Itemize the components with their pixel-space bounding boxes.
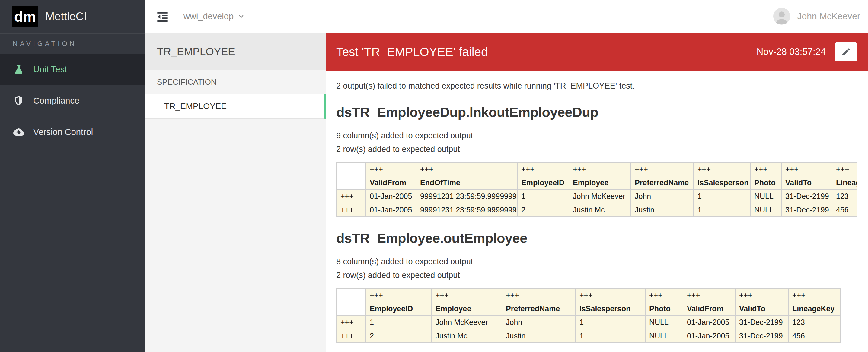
- sidebar-item-label: Compliance: [33, 96, 80, 106]
- column-header: IsSalesperson: [693, 176, 750, 189]
- data-cell: Justin Mc: [569, 203, 631, 217]
- added-data-row: +++2Justin McJustin1NULL01-Jan-200531-De…: [337, 329, 840, 343]
- chevron-down-icon: [237, 12, 245, 20]
- data-cell: 456: [832, 203, 858, 217]
- column-header: Employee: [432, 302, 502, 316]
- column-added-marker: +++: [735, 288, 788, 302]
- outdent-icon: [156, 10, 168, 22]
- data-cell: NULL: [750, 203, 781, 217]
- column-added-marker: +++: [416, 163, 517, 176]
- specification-item-tr-employee[interactable]: TR_EMPLOYEE: [145, 94, 326, 119]
- column-added-marker: +++: [517, 163, 569, 176]
- data-cell: John McKeever: [569, 189, 631, 203]
- dm-logo: dm: [12, 6, 38, 27]
- data-cell: 1: [517, 189, 569, 203]
- banner-title: Test 'TR_EMPLOYEE' failed: [336, 45, 748, 59]
- column-added-marker: +++: [432, 288, 502, 302]
- row-added-marker: +++: [337, 189, 366, 203]
- navigation-section-label: NAVIGATION: [0, 34, 145, 54]
- data-cell: NULL: [750, 189, 781, 203]
- sidebar-item-unit-test[interactable]: Unit Test: [0, 54, 145, 85]
- data-cell: 123: [832, 189, 858, 203]
- column-added-marker: +++: [750, 163, 781, 176]
- specification-label: SPECIFICATION: [145, 70, 326, 94]
- data-cell: NULL: [645, 329, 683, 343]
- flask-icon: [13, 64, 24, 75]
- column-header: PreferredName: [502, 302, 576, 316]
- specification-panel: TR_EMPLOYEE SPECIFICATION TR_EMPLOYEE: [145, 33, 326, 352]
- output-section-lnkout-employee-dup: dsTR_EmployeeDup.lnkoutEmployeeDup 9 col…: [336, 104, 868, 217]
- failure-summary: 2 output(s) failed to matched expected r…: [336, 81, 868, 91]
- data-cell: John: [631, 189, 693, 203]
- diff-notes: 9 column(s) added to expected output 2 r…: [336, 129, 868, 156]
- collapse-sidebar-button[interactable]: [156, 10, 169, 23]
- edit-button[interactable]: [835, 42, 857, 62]
- sidebar: dm MettleCI NAVIGATION Unit Test Complia…: [0, 0, 145, 352]
- test-results: 2 output(s) failed to matched expected r…: [326, 71, 868, 343]
- data-cell: 456: [788, 329, 840, 343]
- diff-table: ++++++++++++++++++++++++EmployeeIDEmploy…: [336, 288, 840, 343]
- row-added-marker: +++: [337, 316, 366, 329]
- column-added-marker: +++: [832, 163, 858, 176]
- column-added-marker: +++: [693, 163, 750, 176]
- data-cell: 123: [788, 316, 840, 329]
- diff-note: 2 row(s) added to expected output: [336, 143, 868, 156]
- test-failed-banner: Test 'TR_EMPLOYEE' failed Nov-28 03:57:2…: [326, 33, 868, 71]
- sidebar-item-compliance[interactable]: Compliance: [0, 85, 145, 116]
- data-cell: 31-Dec-2199: [735, 316, 788, 329]
- column-added-marker: +++: [569, 163, 631, 176]
- column-header: PreferredName: [631, 176, 693, 189]
- sidebar-item-version-control[interactable]: Version Control: [0, 116, 145, 148]
- data-cell: 01-Jan-2005: [683, 316, 735, 329]
- data-cell: 1: [693, 203, 750, 217]
- column-added-marker: +++: [781, 163, 832, 176]
- data-cell: 2: [517, 203, 569, 217]
- header-row: ValidFromEndOfTimeEmployeeIDEmployeePref…: [337, 176, 858, 189]
- user-menu[interactable]: John McKeever: [773, 8, 860, 25]
- diff-note: 9 column(s) added to expected output: [336, 129, 868, 143]
- column-header: ValidFrom: [683, 302, 735, 316]
- column-header: IsSalesperson: [576, 302, 645, 316]
- output-heading: dsTR_Employee.outEmployee: [336, 230, 868, 247]
- column-header: Photo: [750, 176, 781, 189]
- data-cell: 31-Dec-2199: [781, 203, 832, 217]
- output-heading: dsTR_EmployeeDup.lnkoutEmployeeDup: [336, 104, 868, 120]
- data-cell: John McKeever: [432, 316, 502, 329]
- diff-notes: 8 column(s) added to expected output 2 r…: [336, 255, 868, 282]
- column-added-marker: +++: [683, 288, 735, 302]
- corner-cell: [337, 288, 366, 302]
- added-data-row: +++1John McKeeverJohn1NULL01-Jan-200531-…: [337, 316, 840, 329]
- data-cell: 31-Dec-2199: [781, 189, 832, 203]
- row-added-marker: +++: [337, 329, 366, 343]
- column-added-marker: +++: [576, 288, 645, 302]
- row-added-marker: +++: [337, 203, 366, 217]
- main-content: Test 'TR_EMPLOYEE' failed Nov-28 03:57:2…: [326, 33, 868, 352]
- pencil-icon: [841, 47, 851, 57]
- banner-timestamp: Nov-28 03:57:24: [756, 46, 826, 57]
- data-cell: 01-Jan-2005: [683, 329, 735, 343]
- data-cell: 99991231 23:59:59.9999999: [416, 189, 517, 203]
- diff-table-wrapper: ++++++++++++++++++++++++EmployeeIDEmploy…: [336, 288, 868, 343]
- column-added-marker: +++: [788, 288, 840, 302]
- added-data-row: +++01-Jan-200599991231 23:59:59.99999992…: [337, 203, 858, 217]
- data-cell: 01-Jan-2005: [366, 203, 416, 217]
- column-header: LineageKey: [788, 302, 840, 316]
- data-cell: John: [502, 316, 576, 329]
- sidebar-item-label: Version Control: [33, 127, 93, 137]
- diff-note: 2 row(s) added to expected output: [336, 269, 868, 282]
- column-added-marker: +++: [631, 163, 693, 176]
- diff-table-wrapper: +++++++++++++++++++++++++++ValidFromEndO…: [336, 162, 858, 217]
- project-dropdown[interactable]: wwi_develop: [184, 11, 245, 22]
- data-cell: 01-Jan-2005: [366, 189, 416, 203]
- data-cell: Justin: [631, 203, 693, 217]
- diff-table: +++++++++++++++++++++++++++ValidFromEndO…: [336, 162, 858, 217]
- added-data-row: +++01-Jan-200599991231 23:59:59.99999991…: [337, 189, 858, 203]
- column-added-marker: +++: [366, 288, 432, 302]
- project-name: wwi_develop: [184, 11, 234, 22]
- column-added-marker: +++: [645, 288, 683, 302]
- data-cell: Justin: [502, 329, 576, 343]
- topbar: wwi_develop John McKeever: [145, 0, 868, 33]
- user-name: John McKeever: [797, 11, 860, 22]
- sidebar-item-label: Unit Test: [33, 65, 67, 74]
- column-header: ValidTo: [735, 302, 788, 316]
